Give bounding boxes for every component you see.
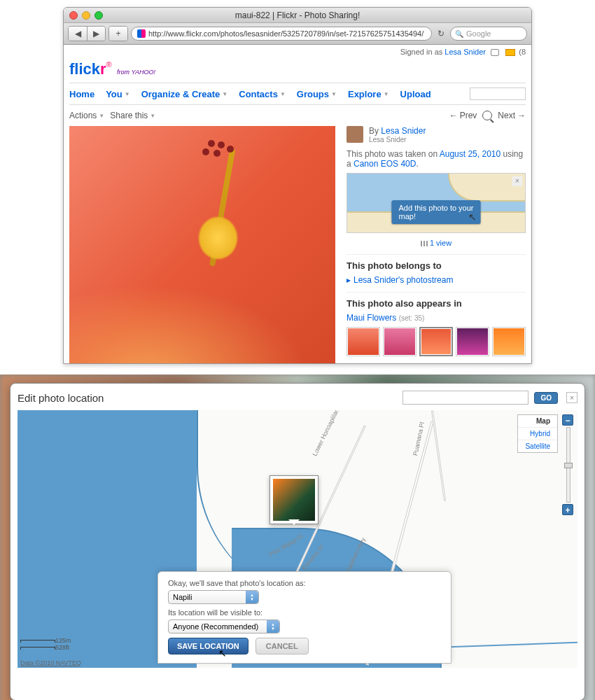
mail-icon[interactable] xyxy=(505,49,515,56)
close-icon[interactable]: × xyxy=(566,392,578,403)
nav-organize[interactable]: Organize & Create▼ xyxy=(141,88,228,100)
reload-button[interactable]: ↻ xyxy=(438,29,444,38)
nav-upload[interactable]: Upload xyxy=(400,88,431,100)
cancel-button[interactable]: CANCEL xyxy=(255,638,309,654)
main-nav: Home You▼ Organize & Create▼ Contacts▼ G… xyxy=(69,83,526,105)
signed-in-label: Signed in as xyxy=(400,48,445,56)
zoom-out-button[interactable]: − xyxy=(562,414,573,426)
taken-date-link[interactable]: August 25, 2010 xyxy=(440,149,500,159)
main-photo[interactable] xyxy=(69,126,335,363)
modal-title: Edit photo location xyxy=(18,392,397,404)
logo-text-2: r xyxy=(100,60,106,78)
thumbnail[interactable] xyxy=(383,327,416,356)
signin-row: Signed in as Lesa Snider (8 xyxy=(69,45,526,59)
browser-toolbar: ◀ ▶ + http://www.flickr.com/photos/lesas… xyxy=(64,23,531,45)
add-to-map-button[interactable]: Add this photo to your map! xyxy=(392,200,481,224)
visibility-select[interactable]: Anyone (Recommended) ▲▼ xyxy=(168,620,280,634)
author-realname: Lesa Snider xyxy=(369,136,426,144)
select-arrows-icon: ▲▼ xyxy=(267,620,279,633)
save-as-label: Okay, we'll save that photo's location a… xyxy=(168,579,441,587)
thumbnail-current[interactable] xyxy=(419,327,453,356)
mail-count: (8 xyxy=(519,48,526,56)
set-count: (set: 35) xyxy=(399,314,425,322)
location-select[interactable]: Napili ▲▼ xyxy=(168,590,259,604)
save-location-button[interactable]: SAVE LOCATION xyxy=(168,638,248,654)
map-type-control: Map Hybrid Satellite xyxy=(517,414,558,453)
photo-meta: This photo was taken on August 25, 2010 … xyxy=(346,149,526,169)
camera-link[interactable]: Canon EOS 40D xyxy=(354,159,416,169)
map-attribution: Data ©2010 NAVTEQ xyxy=(20,659,81,666)
photo-sidebar: By Lesa Snider Lesa Snider This photo wa… xyxy=(346,126,526,363)
thumbnail[interactable] xyxy=(492,327,526,356)
chevron-down-icon: ▼ xyxy=(222,91,227,97)
mini-map[interactable]: × Add this photo to your map! ↖ xyxy=(346,173,526,233)
save-location-popup: Okay, we'll save that photo's location a… xyxy=(158,571,451,664)
edit-location-modal: Edit photo location GO × Lower Honoapiil… xyxy=(10,383,585,700)
zoom-button[interactable] xyxy=(482,111,492,120)
browser-search[interactable]: Google xyxy=(450,27,527,41)
signed-in-user-link[interactable]: Lesa Snider xyxy=(444,48,486,56)
thumbnail[interactable] xyxy=(346,327,380,356)
disclosure-icon[interactable]: ▸ xyxy=(346,275,351,285)
prev-button[interactable]: ← Prev xyxy=(449,111,477,120)
chevron-down-icon: ▼ xyxy=(280,91,286,97)
logo-text-1: flick xyxy=(69,60,100,78)
from-yahoo-label: from YAHOO! xyxy=(117,69,155,76)
nav-groups[interactable]: Groups▼ xyxy=(297,88,337,100)
scale-bar: 125m 528ft xyxy=(20,637,71,651)
logo-row: flickr® from YAHOO! xyxy=(69,59,526,83)
stats-icon xyxy=(421,241,428,246)
zoom-handle[interactable] xyxy=(564,463,573,468)
window-titlebar: maui-822 | Flickr - Photo Sharing! xyxy=(64,8,531,23)
next-button[interactable]: Next → xyxy=(498,111,526,120)
cursor-icon: ↖ xyxy=(468,211,477,223)
share-menu[interactable]: Share this ▼ xyxy=(110,111,155,120)
browser-window: maui-822 | Flickr - Photo Sharing! ◀ ▶ +… xyxy=(63,7,532,364)
map-type-hybrid[interactable]: Hybrid xyxy=(518,428,557,440)
magnifier-icon xyxy=(482,111,492,120)
nav-explore[interactable]: Explore▼ xyxy=(348,88,389,100)
map-type-satellite[interactable]: Satellite xyxy=(518,440,557,452)
belongs-heading: This photo belongs to xyxy=(346,254,526,271)
nav-search-input[interactable] xyxy=(470,88,526,100)
photo-map-pin[interactable] xyxy=(270,475,318,524)
chevron-down-icon: ▼ xyxy=(384,91,389,97)
nav-home[interactable]: Home xyxy=(69,88,94,100)
url-text: http://www.flickr.com/photos/lesasnider/… xyxy=(148,29,424,38)
map-canvas[interactable]: Lower Honoapiilani Rd Puamana Pl Honoapi… xyxy=(18,410,578,668)
photostream-link[interactable]: Lesa Snider's photostream xyxy=(354,275,453,285)
back-button[interactable]: ◀ xyxy=(69,27,87,41)
window-title: maui-822 | Flickr - Photo Sharing! xyxy=(64,10,531,20)
close-icon[interactable]: × xyxy=(512,176,522,186)
nav-you[interactable]: You▼ xyxy=(106,88,130,100)
add-bookmark-button[interactable]: + xyxy=(109,27,127,41)
map-type-map[interactable]: Map xyxy=(518,415,557,428)
chevron-down-icon: ▼ xyxy=(331,91,337,97)
forward-button[interactable]: ▶ xyxy=(87,27,105,41)
actions-menu[interactable]: Actions ▼ xyxy=(69,111,104,120)
search-icon xyxy=(455,29,463,38)
visibility-label: Its location will be visible to: xyxy=(168,608,441,617)
views-link[interactable]: 1 view xyxy=(430,239,451,247)
search-placeholder: Google xyxy=(466,29,491,38)
url-bar[interactable]: http://www.flickr.com/photos/lesasnider/… xyxy=(131,27,432,41)
go-button[interactable]: GO xyxy=(534,392,558,404)
zoom-slider[interactable] xyxy=(566,427,570,503)
favicon-icon xyxy=(137,29,146,38)
select-arrows-icon: ▲▼ xyxy=(246,591,258,603)
page-content: Signed in as Lesa Snider (8 flickr® from… xyxy=(64,45,531,363)
cart-icon[interactable] xyxy=(491,49,499,56)
set-link[interactable]: Maui Flowers xyxy=(346,313,396,323)
zoom-in-button[interactable]: + xyxy=(562,504,573,515)
thumbnail[interactable] xyxy=(456,327,489,356)
location-search-input[interactable] xyxy=(402,391,528,405)
lower-screenshot: Adding people will share who is in this … xyxy=(0,374,595,700)
flickr-logo[interactable]: flickr® xyxy=(69,60,112,78)
chevron-down-icon: ▼ xyxy=(125,91,130,97)
nav-contacts[interactable]: Contacts▼ xyxy=(239,88,286,100)
thumbnail-strip xyxy=(346,327,526,356)
avatar[interactable] xyxy=(346,126,363,143)
author-link[interactable]: Lesa Snider xyxy=(381,126,426,136)
location-value: Napili xyxy=(173,593,192,601)
by-label: By xyxy=(369,126,381,136)
